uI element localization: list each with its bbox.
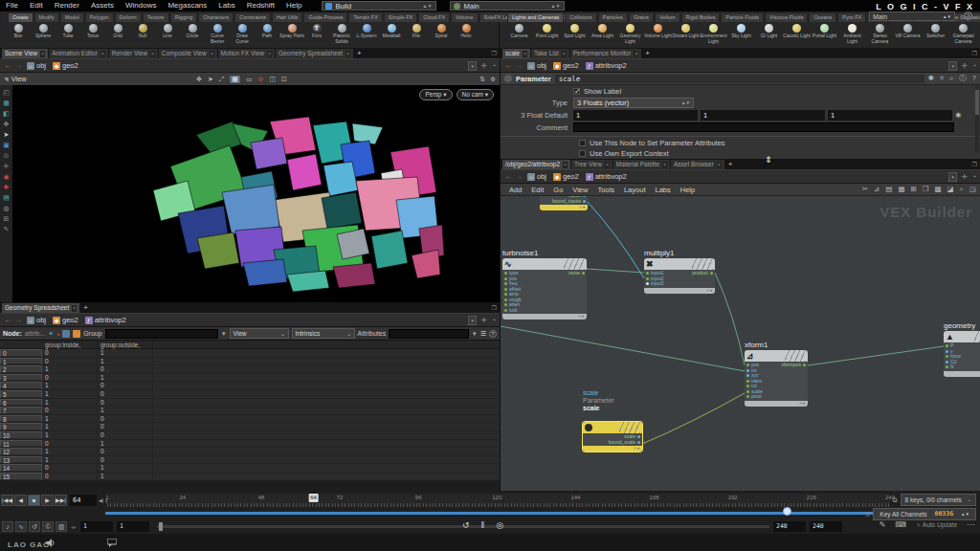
node-badge-icon[interactable] — [504, 75, 512, 82]
pane-tab-add[interactable]: + — [354, 49, 365, 58]
tab-close-icon[interactable]: × — [523, 51, 527, 57]
shelf-tab-pyro-fx[interactable]: Pyro FX — [837, 12, 866, 22]
menu-redshift[interactable]: Redshift — [241, 0, 280, 11]
node-header[interactable]: ⊿ — [745, 350, 808, 362]
input-dot[interactable] — [946, 355, 948, 358]
more-icon[interactable]: ⋯ — [967, 520, 974, 529]
viewport-tool-icon-7[interactable]: ⊡ — [281, 76, 287, 83]
node-multiply1[interactable]: multiply1✖input1productinput2input3≡ ▾ — [644, 258, 715, 294]
key-icon[interactable]: ⚿ — [865, 511, 870, 518]
pane-corner-icon[interactable]: ❐ — [492, 304, 497, 311]
pane-tab-performance-monitor[interactable]: Performance Monitor× — [570, 49, 642, 58]
path-item-geo2[interactable]: ◆geo2 — [551, 172, 581, 181]
shelf-tool-distant-light[interactable]: Distant Light — [672, 22, 700, 48]
shelf-tool-torus[interactable]: Torus — [80, 22, 105, 48]
table-row[interactable]: 410 — [0, 382, 500, 390]
frame-ruler[interactable]: 12448729612014416819221624064 — [107, 494, 890, 507]
range-start-field[interactable]: 1 — [80, 521, 113, 532]
net-toolbar-icon-9[interactable]: ◳ — [969, 185, 976, 194]
table-row[interactable]: 1010 — [0, 431, 500, 440]
viewport-side-icon-11[interactable]: ◍ — [3, 205, 9, 212]
shelf-tab-viscous-fluids[interactable]: Viscous Fluids — [765, 12, 808, 22]
pane-tab-geometry-spreadsheet[interactable]: Geometry Spreadsheet× — [2, 303, 79, 313]
playbar-icon-4[interactable]: ▥ — [56, 521, 67, 532]
nav-forward-icon[interactable]: → — [14, 61, 22, 71]
path-dropdown-icon[interactable]: ▾ — [948, 172, 957, 182]
shelf-tool-spot-light[interactable]: Spot Light — [561, 22, 589, 48]
shelf-tool-box[interactable]: Box — [6, 22, 31, 48]
list-icon[interactable]: ☰ — [480, 330, 486, 338]
pane-menu-icon[interactable]: ◥ — [4, 76, 9, 82]
input-dot[interactable] — [504, 293, 507, 296]
output-dot[interactable] — [583, 196, 586, 197]
pane-tab-tree-view[interactable]: Tree View× — [571, 160, 612, 169]
net-menu-edit[interactable]: Edit — [526, 186, 548, 194]
shelf-tab-rigging[interactable]: Rigging — [170, 12, 198, 22]
nav-forward-icon[interactable]: → — [14, 316, 22, 325]
net-toolbar-icon-2[interactable]: ▤ — [885, 185, 892, 194]
path-item-attribvop2[interactable]: ƒattribvop2 — [83, 316, 128, 324]
tab-close-icon[interactable]: × — [72, 305, 77, 312]
shelf-tool-portal-light[interactable]: Portal Light — [811, 22, 838, 48]
persp-dropdown[interactable]: Persp ▾ — [419, 89, 452, 100]
intrinsics-dropdown[interactable]: Intrinsics⌄ — [292, 328, 355, 339]
playbar-icon-0[interactable]: ♪ — [2, 521, 13, 532]
playbar-icon-3[interactable]: © — [42, 521, 54, 532]
net-toolbar-icon-0[interactable]: ✂ — [862, 185, 868, 194]
own-export-checkbox[interactable] — [579, 150, 586, 157]
playbar-icon-1[interactable]: ∿ — [15, 521, 27, 532]
table-row[interactable]: 1101 — [0, 440, 500, 449]
viewport-side-icon-1[interactable]: ▦ — [3, 99, 10, 107]
input-dot[interactable] — [746, 364, 749, 366]
input-dot[interactable] — [746, 385, 749, 387]
shelf-tab-grains[interactable]: Grains — [629, 12, 654, 22]
menu-labs[interactable]: Labs — [212, 0, 240, 11]
node-geometry[interactable]: geometry▲PvforceCdN≡ ▾ — [944, 331, 980, 377]
shelfset-selector[interactable]: Main ▲▼ — [869, 11, 955, 21]
param-header-icon-4[interactable]: ? — [972, 74, 976, 83]
node-header[interactable]: ∿ — [502, 258, 587, 270]
viewport-tool-icon-4[interactable]: ▭ — [246, 76, 253, 83]
menu-render[interactable]: Render — [49, 0, 85, 11]
clock-icon[interactable]: ◔ — [492, 317, 496, 323]
pin-icon[interactable]: ✛ — [481, 317, 487, 324]
scrollbar[interactable] — [975, 86, 979, 153]
input-dot[interactable] — [504, 272, 507, 275]
pane-corner-icon[interactable]: ❐ — [492, 50, 497, 56]
range-end-field[interactable]: 240 — [773, 521, 806, 532]
net-toolbar-icon-6[interactable]: ▩ — [935, 185, 942, 194]
tab-close-icon[interactable]: × — [150, 51, 155, 57]
auto-update-label[interactable]: Auto Update — [923, 521, 957, 528]
gear-icon[interactable]: ✱ — [955, 111, 961, 120]
clock-icon[interactable]: ◔ — [972, 173, 976, 180]
shelf-tool-file[interactable]: File — [404, 22, 429, 48]
shelf-tab-simple-fx[interactable]: Simple FX — [384, 12, 417, 22]
shelf-tool-environment-light[interactable]: Environment Light — [700, 22, 727, 48]
input-dot[interactable] — [946, 344, 948, 347]
update-icon-2[interactable]: ◎ — [496, 520, 503, 530]
nav-back-icon[interactable]: ← — [504, 172, 512, 182]
parameter-name-field[interactable]: scale — [555, 75, 924, 83]
viewport-side-icon-12[interactable]: ⊞ — [4, 215, 10, 223]
pencil-icon[interactable]: ✎ — [880, 520, 886, 529]
path-item-obj[interactable]: ⌂obj — [525, 172, 548, 181]
table-row[interactable]: 1310 — [0, 456, 500, 465]
tab-close-icon[interactable]: × — [210, 51, 214, 57]
net-toolbar-icon-8[interactable]: ⌕ — [960, 185, 964, 194]
default-x-field[interactable]: 1 — [573, 110, 698, 121]
viewport-side-icon-2[interactable]: ◧ — [3, 110, 10, 118]
shelf-tool-ambient-light[interactable]: Ambient Light — [838, 22, 866, 48]
show-label-checkbox[interactable] — [573, 88, 580, 95]
frame-step-back[interactable]: ◀| — [99, 497, 103, 503]
viewport-side-icon-8[interactable]: ◉ — [3, 173, 9, 181]
transport-4[interactable]: ▶▶| — [55, 495, 67, 506]
output-dot[interactable] — [582, 272, 585, 275]
pin-icon[interactable]: ✛ — [481, 62, 487, 70]
table-row[interactable]: 1401 — [0, 464, 500, 473]
shelf-tool-curve-bezier[interactable]: Curve Bezier — [205, 22, 230, 48]
shelf-tool-metaball[interactable]: Metaball — [379, 22, 404, 48]
path-dropdown-icon[interactable]: ▾ — [948, 61, 957, 71]
output-dot[interactable] — [637, 441, 640, 444]
transport-1[interactable]: ◀ — [14, 495, 27, 506]
output-dot[interactable] — [637, 435, 640, 438]
